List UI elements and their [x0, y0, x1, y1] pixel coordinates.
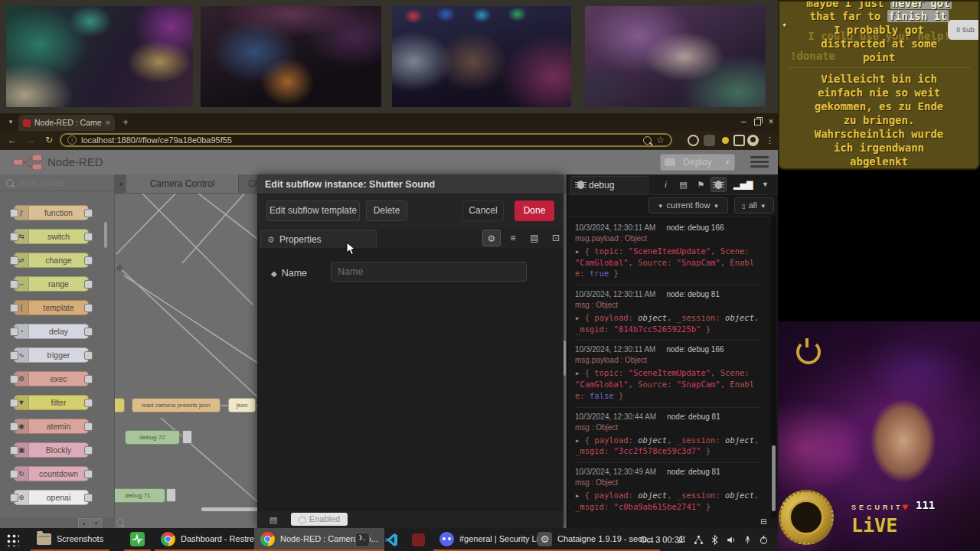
appearance-icon[interactable]: ⊡ [547, 230, 565, 246]
description-icon[interactable]: ▤ [525, 230, 544, 246]
debug-scrollbar[interactable] [771, 216, 776, 517]
show-apps-button[interactable] [0, 528, 25, 551]
deploy-button[interactable]: Deploy ▾ [660, 154, 735, 171]
horizontal-scrollbar[interactable] [201, 507, 260, 511]
window-close-button[interactable]: × [764, 116, 778, 128]
delete-button[interactable]: Delete [366, 201, 407, 221]
debug-msg-body[interactable]: ▸ { payload: object, _session: object, _… [575, 435, 760, 457]
browser-tab[interactable]: Node-RED : Camera Co × [18, 115, 115, 131]
taskbar-item-vscode[interactable] [378, 528, 405, 551]
deploy-dropdown-icon[interactable]: ▾ [720, 158, 734, 166]
debug-tab[interactable]: debug [570, 176, 648, 194]
palette-node-filter[interactable]: ▼filter [14, 395, 89, 410]
new-tab-button[interactable]: + [119, 116, 132, 129]
dialog-tabs: ⚙Properties ⚙ ≡ ▤ ⊡ [257, 228, 564, 249]
palette-collapse-up-icon[interactable]: ▴ [78, 518, 90, 529]
microphone-icon[interactable] [743, 535, 752, 545]
flow-tab-camera-control[interactable]: Camera Control [126, 174, 239, 193]
flow-node-debug[interactable]: debug 72 [125, 430, 180, 445]
chart-icon[interactable]: ▂▅▇ [733, 177, 750, 192]
node-palette: ƒfunction⇆switch⇌change⇔range{template◔d… [0, 174, 115, 517]
notifications-muted-icon[interactable] [677, 535, 687, 545]
filter-current-flow-button[interactable]: ▼current flow▼ [648, 197, 728, 214]
scrollbar-thumb[interactable] [772, 445, 776, 511]
node-input-port [10, 304, 18, 312]
taskbar-item-screenshots[interactable]: Screenshots [31, 528, 109, 551]
reload-button[interactable]: ↻ [43, 134, 55, 146]
palette-node-template[interactable]: {template [14, 300, 89, 315]
properties-gear-icon[interactable]: ⚙ [482, 230, 501, 246]
node-input-port [10, 256, 18, 265]
palette-node-atemin[interactable]: ◉atemin [14, 419, 89, 434]
site-info-icon[interactable]: i [67, 135, 77, 145]
palette-node-function[interactable]: ƒfunction [14, 205, 89, 220]
window-restore-button[interactable] [750, 116, 764, 128]
flag-icon[interactable]: ⚑ [693, 177, 709, 192]
debug-panel-icon[interactable] [710, 177, 727, 192]
palette-search-input[interactable] [18, 177, 98, 189]
bookmark-star-icon[interactable]: ☆ [656, 135, 665, 145]
flow-node-json[interactable]: json [228, 398, 256, 412]
enabled-toggle[interactable]: ◯Enabled [291, 513, 348, 526]
debug-msg-body[interactable]: ▸ { topic: "SceneItemUpdate", Scene: "Ca… [575, 246, 760, 279]
debug-msg-body[interactable]: ▸ { payload: object, _session: object, _… [575, 312, 760, 334]
debug-toggle-button[interactable] [166, 488, 176, 502]
chevron-down-icon[interactable]: ▼ [757, 177, 773, 192]
palette-node-exec[interactable]: ⚙exec [14, 371, 89, 386]
flow-node-small[interactable] [115, 398, 125, 412]
done-button[interactable]: Done [514, 201, 554, 221]
list-icon[interactable]: ≡ [504, 230, 522, 246]
info-icon[interactable]: i [658, 177, 674, 192]
palette-scrollbar[interactable] [104, 222, 107, 248]
cancel-button[interactable]: Cancel [462, 201, 504, 221]
help-book-icon[interactable]: ▤ [675, 177, 691, 192]
palette-node-switch[interactable]: ⇆switch [14, 229, 89, 244]
palette-node-openai[interactable]: ⊛openai [14, 490, 89, 505]
flow-node-loader[interactable]: load camera presets json [132, 398, 220, 412]
clear-all-button[interactable]: ▯all▼ [734, 197, 774, 214]
tab-search-icon[interactable]: ▾ [5, 116, 17, 128]
profile-avatar[interactable] [747, 135, 759, 146]
taskbar-item-terminal[interactable]: ❯_ [349, 528, 376, 551]
browser-menu-icon[interactable]: ⋮ [764, 135, 776, 146]
palette-node-countdown[interactable]: ↻countdown [14, 466, 89, 481]
power-icon[interactable] [759, 535, 769, 545]
edit-subflow-template-button[interactable]: Edit subflow template [266, 201, 360, 221]
open-in-window-icon[interactable]: ⊟ [760, 517, 766, 526]
palette-node-trigger[interactable]: ∿trigger [14, 347, 89, 363]
tab-scroll-left-icon[interactable]: ◂ [115, 174, 126, 193]
forward-button[interactable]: → [24, 134, 37, 146]
palette-collapse-down-icon[interactable]: ▾ [90, 518, 102, 529]
flow-node-debug[interactable]: debug 71 [115, 488, 165, 503]
back-button[interactable]: ← [6, 134, 18, 146]
palette-node-change[interactable]: ⇌change [14, 253, 89, 268]
workspace-search-icon[interactable] [116, 519, 124, 527]
network-share-icon[interactable] [694, 535, 704, 545]
url-bar[interactable]: i localhost:1880/#flow/ce79a18e0ba95f55 … [60, 133, 672, 147]
debug-message: 10/3/2024, 12:30:11 AMnode: debug 166msg… [575, 341, 760, 407]
extension-icon-1[interactable] [688, 135, 699, 146]
palette-search[interactable] [0, 174, 115, 191]
debug-msg-body[interactable]: ▸ { topic: "SceneItemUpdate", Scene: "Ca… [575, 367, 760, 401]
bluetooth-icon[interactable] [710, 535, 719, 545]
debug-msg-body[interactable]: ▸ { payload: object, _session: object, _… [575, 490, 760, 512]
window-minimize-button[interactable]: – [737, 116, 750, 128]
debug-toggle-button[interactable] [182, 430, 192, 444]
extension-icon-2[interactable] [704, 135, 715, 146]
dialog-button-row: Edit subflow template Delete Cancel Done [257, 194, 564, 228]
taskbar-item-app[interactable] [406, 528, 431, 551]
name-field[interactable] [331, 262, 527, 282]
taskbar-item-monitor[interactable] [124, 528, 151, 551]
palette-node-delay[interactable]: ◔delay [14, 324, 89, 339]
palette-node-range[interactable]: ⇔range [14, 276, 89, 292]
tab-close-icon[interactable]: × [106, 115, 110, 131]
extensions-puzzle-icon[interactable] [733, 135, 745, 146]
debug-message-list[interactable]: 10/3/2024, 12:30:11 AMnode: debug 166msg… [567, 216, 768, 517]
palette-node-Blockly[interactable]: ▣Blockly [14, 442, 89, 458]
docs-book-icon[interactable]: ▤ [266, 514, 280, 526]
zoom-icon[interactable] [643, 136, 652, 145]
extension-icon-3[interactable] [720, 135, 731, 146]
main-menu-icon[interactable] [750, 156, 769, 168]
volume-icon[interactable] [726, 535, 737, 545]
tab-properties[interactable]: ⚙Properties [260, 230, 377, 248]
